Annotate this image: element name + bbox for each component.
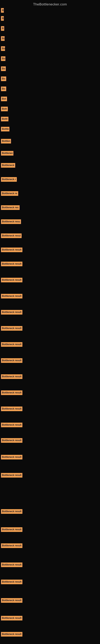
bottleneck-label: Bottleneck result xyxy=(1,342,22,347)
bottleneck-item: Bo xyxy=(1,66,6,71)
bottleneck-label: B xyxy=(1,26,4,31)
bottleneck-label: Bottleneck result xyxy=(1,262,22,266)
bottleneck-item: B xyxy=(1,16,4,21)
bottleneck-label: Bottleneck result xyxy=(1,616,22,620)
bottleneck-label: Bottleneck result xyxy=(1,294,22,298)
bottleneck-item: Bottleneck result xyxy=(1,374,22,379)
bottleneck-item: Bottleneck result xyxy=(1,509,22,514)
bottleneck-item: Bottleneck resu xyxy=(1,219,21,224)
bottleneck-label: Bottleneck resu xyxy=(1,219,21,224)
bottleneck-item: Bot xyxy=(1,96,7,101)
bottleneck-label: Bottleneck re xyxy=(1,191,18,196)
bottleneck-label: B xyxy=(1,16,4,21)
bottleneck-label: Bottleneck result xyxy=(1,438,22,443)
bottleneck-label: Bottl xyxy=(1,117,8,121)
bottleneck-item: Bottleneck xyxy=(1,163,15,168)
bottleneck-label: Bo xyxy=(1,86,6,91)
bottleneck-label: Bottleneck result xyxy=(1,509,22,514)
bottleneck-label: Bottleneck result xyxy=(1,278,22,282)
bottleneck-label: Bottleneck result xyxy=(1,326,22,331)
bottleneck-item: Bottleneck result xyxy=(1,473,22,478)
bottleneck-item: Bottlenec xyxy=(1,151,13,156)
bottleneck-label: Bo xyxy=(1,56,5,61)
bottleneck-item: Bo xyxy=(1,36,4,41)
bottleneck-label: Bo xyxy=(1,66,6,71)
bottleneck-label: Bottlen xyxy=(1,139,11,144)
bottleneck-item: Bottleneck result xyxy=(1,527,22,532)
bottleneck-label: Bottlenec xyxy=(1,151,13,156)
bottleneck-label: Bottleneck result xyxy=(1,390,22,395)
bottleneck-item: Bottleneck result xyxy=(1,406,22,411)
bottleneck-item: Bottleneck result xyxy=(1,544,22,548)
bottleneck-item: Bottl xyxy=(1,117,8,121)
bottleneck-item: Bottle xyxy=(1,127,9,132)
bottleneck-item: Bottleneck result xyxy=(1,294,22,298)
bottleneck-item: Bottleneck result xyxy=(1,262,22,266)
bottleneck-label: Bott xyxy=(1,107,8,111)
bottleneck-item: Bottleneck result xyxy=(1,632,22,636)
bottleneck-label: Bottleneck result xyxy=(1,248,22,252)
bottleneck-label: Bot xyxy=(1,96,7,101)
bottleneck-item: Bottleneck result xyxy=(1,390,22,395)
bottleneck-label: Bottleneck result xyxy=(1,358,22,363)
bottleneck-item: Bottlen xyxy=(1,139,11,144)
bottleneck-item: Bottleneck result xyxy=(1,598,22,603)
bottleneck-label: B xyxy=(1,8,4,13)
bottleneck-item: Bottleneck resul xyxy=(1,234,22,238)
bottleneck-label: Bottleneck result xyxy=(1,406,22,411)
bottleneck-item: Bottleneck re xyxy=(1,191,18,196)
bottleneck-item: Bottleneck result xyxy=(1,438,22,443)
bottleneck-label: Bottleneck result xyxy=(1,473,22,478)
bottleneck-label: Bottleneck xyxy=(1,163,15,168)
bottleneck-label: Bo xyxy=(1,76,6,81)
bottleneck-item: Bo xyxy=(1,46,5,51)
bottleneck-item: Bottleneck result xyxy=(1,278,22,282)
bottleneck-item: Bo xyxy=(1,76,6,81)
bottleneck-item: Bo xyxy=(1,56,5,61)
bottleneck-item: Bottleneck result xyxy=(1,616,22,620)
bottleneck-item: Bottleneck result xyxy=(1,580,22,584)
bottleneck-item: Bottleneck result xyxy=(1,342,22,347)
bottleneck-item: Bottleneck r xyxy=(1,177,17,182)
bottleneck-item: Bottleneck result xyxy=(1,455,22,460)
bottleneck-item: Bottleneck result xyxy=(1,422,22,427)
bottleneck-item: Bottleneck result xyxy=(1,358,22,363)
bottleneck-item: Bottleneck result xyxy=(1,326,22,331)
bottleneck-label: Bottleneck result xyxy=(1,310,22,314)
bottleneck-label: Bottleneck result xyxy=(1,580,22,584)
bottleneck-item: B xyxy=(1,26,4,31)
bottleneck-item: Bottleneck res xyxy=(1,205,20,210)
bottleneck-label: Bottleneck result xyxy=(1,455,22,460)
bottleneck-label: Bottleneck resul xyxy=(1,234,22,238)
bottleneck-label: Bottleneck r xyxy=(1,177,17,182)
bottleneck-label: Bottleneck result xyxy=(1,632,22,636)
bottleneck-item: Bo xyxy=(1,86,6,91)
bottleneck-item: Bottleneck result xyxy=(1,248,22,252)
bottleneck-label: Bottleneck res xyxy=(1,205,20,210)
bottleneck-label: Bottle xyxy=(1,127,9,132)
bottleneck-label: Bottleneck result xyxy=(1,527,22,532)
bottleneck-label: Bottleneck result xyxy=(1,422,22,427)
bottleneck-label: Bo xyxy=(1,46,5,51)
site-title: TheBottlenecker.com xyxy=(0,0,100,8)
bottleneck-label: Bottleneck result xyxy=(1,544,22,548)
bottleneck-item: Bott xyxy=(1,107,8,111)
bottleneck-label: Bo xyxy=(1,36,4,41)
bottleneck-item: Bottleneck result xyxy=(1,562,22,567)
bottleneck-item: B xyxy=(1,8,4,13)
bottleneck-item: Bottleneck result xyxy=(1,310,22,314)
bottleneck-label: Bottleneck result xyxy=(1,374,22,379)
bottleneck-label: Bottleneck result xyxy=(1,598,22,603)
bottleneck-label: Bottleneck result xyxy=(1,562,22,567)
page-wrapper: TheBottlenecker.com BBBBoBoBoBoBoBoBotBo… xyxy=(0,0,100,644)
